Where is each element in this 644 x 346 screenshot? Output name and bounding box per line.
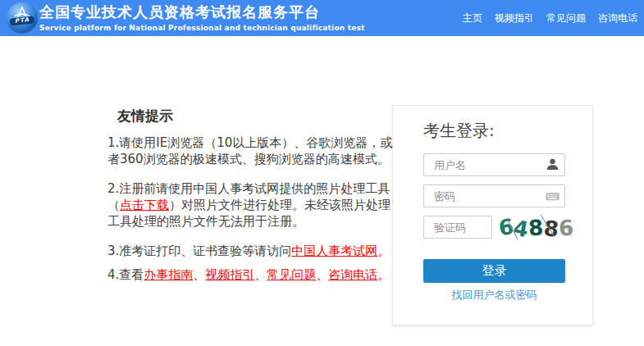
tip-text: 、 [316, 267, 328, 282]
nav-link-3[interactable]: 常见问题 [546, 11, 586, 25]
tip-text: 、 [254, 267, 267, 282]
password-input[interactable] [423, 184, 565, 207]
tip-link[interactable]: 咨询电话 [328, 267, 377, 282]
tips-heading: 友情提示 [117, 107, 395, 125]
tip-link[interactable]: 中国人事考试网 [291, 244, 377, 258]
tip-link[interactable]: 点击下载 [120, 198, 169, 212]
captcha-image[interactable]: 64886 [497, 210, 575, 246]
captcha-input[interactable] [423, 216, 492, 239]
login-title: 考生登录: [423, 120, 495, 142]
forgot-credentials-link[interactable]: 找回用户名或密码 [423, 288, 565, 303]
login-panel: 考生登录: 64886 登录 找回 [392, 105, 593, 326]
tip-link[interactable]: 常见问题 [267, 267, 316, 282]
tip-paragraph: 4.查看办事指南、视频指引、常见问题、咨询电话。 [107, 266, 395, 283]
tip-text: （ [107, 198, 120, 212]
header-bar: PTA 全国专业技术人员资格考试报名服务平台 Service platform … [0, 0, 644, 36]
tip-text: 工具处理的照片文件无法用于注册。 [107, 214, 304, 229]
site-subtitle: Service platform for National Profession… [39, 24, 365, 32]
tip-text: 4.查看 [107, 267, 144, 282]
tip-paragraph: 1.请使用IE浏览器（10以上版本）、谷歌浏览器，或者360浏览器的极速模式、搜… [107, 134, 395, 167]
tip-text: 2.注册前请使用中国人事考试网提供的照片处理工具 [107, 181, 390, 196]
username-input[interactable] [423, 153, 565, 176]
tip-text: 1.请使用IE浏览器（10以上版本）、谷歌浏览器，或 [107, 135, 392, 150]
friendly-tips-section: 友情提示 1.请使用IE浏览器（10以上版本）、谷歌浏览器，或者360浏览器的极… [107, 107, 395, 296]
tip-link[interactable]: 视频指引 [205, 267, 254, 282]
captcha-digits: 64886 [497, 210, 575, 246]
tip-text: 者360浏览器的极速模式、搜狗浏览器的高速模式。 [107, 152, 390, 166]
nav-link-1[interactable]: 主页 [463, 11, 482, 25]
tip-link[interactable]: 办事指南 [144, 267, 193, 282]
pta-logo-icon: PTA [7, 2, 38, 34]
captcha-digit: 8 [528, 216, 545, 239]
tip-text: ）对照片文件进行处理。未经该照片处理 [169, 198, 391, 212]
site-title-block: 全国专业技术人员资格考试报名服务平台 Service platform for … [39, 3, 365, 32]
tip-text: 、 [193, 267, 205, 282]
tip-text: 。 [377, 244, 390, 258]
login-button[interactable]: 登录 [423, 259, 565, 283]
tips-paragraphs: 1.请使用IE浏览器（10以上版本）、谷歌浏览器，或者360浏览器的极速模式、搜… [107, 134, 395, 283]
nav-link-2[interactable]: 视频指引 [495, 11, 534, 25]
header-nav: 主页视频指引常见问题咨询电话 [463, 0, 637, 36]
tip-text: 3.准考证打印、证书查验等请访问 [107, 244, 291, 258]
user-icon [546, 157, 560, 171]
nav-link-4[interactable]: 咨询电话 [598, 11, 637, 25]
keyboard-icon [546, 189, 560, 203]
tip-paragraph: 3.准考证打印、证书查验等请访问中国人事考试网。 [107, 243, 395, 259]
tip-text: 。 [377, 267, 390, 282]
page: PTA 全国专业技术人员资格考试报名服务平台 Service platform … [0, 0, 644, 346]
tip-paragraph: 2.注册前请使用中国人事考试网提供的照片处理工具（点击下载）对照片文件进行处理。… [107, 180, 395, 230]
site-title: 全国专业技术人员资格考试报名服务平台 [39, 3, 365, 20]
